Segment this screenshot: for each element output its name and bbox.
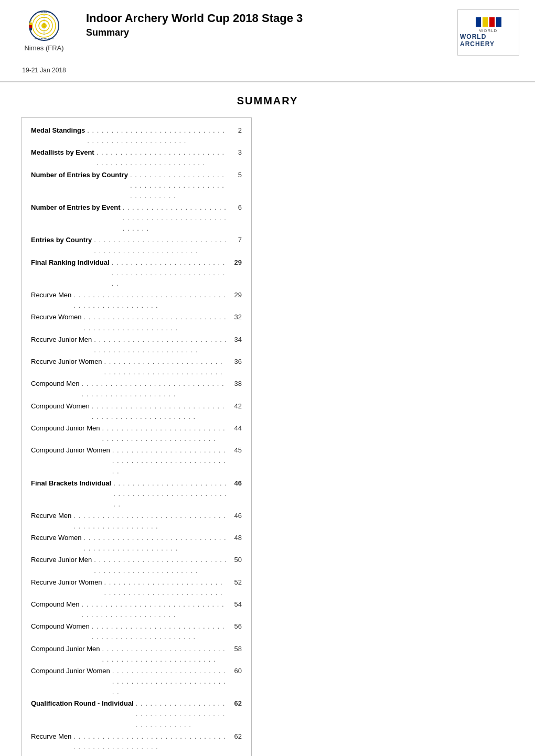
toc-dots: . . . . . . . . . . . . . . . . . . . . … [82, 379, 228, 399]
toc-page: 36 [229, 357, 242, 367]
world-archery-logo-area: world world archery [454, 9, 522, 56]
toc-dots: . . . . . . . . . . . . . . . . . . . . … [112, 445, 227, 477]
toc-label: Number of Entries by Country [31, 170, 128, 180]
toc-label: Recurve Men [31, 290, 71, 300]
toc-dots: . . . . . . . . . . . . . . . . . . . . … [97, 147, 227, 168]
toc-entry: Recurve Women . . . . . . . . . . . . . … [31, 533, 242, 554]
toc-label: Number of Entries by Event [31, 202, 120, 213]
toc-dots: . . . . . . . . . . . . . . . . . . . . … [102, 644, 227, 665]
toc-entry: Compound Men . . . . . . . . . . . . . .… [31, 599, 242, 620]
toc-dots: . . . . . . . . . . . . . . . . . . . . … [112, 257, 227, 289]
toc-page: 6 [229, 202, 242, 213]
toc-dots: . . . . . . . . . . . . . . . . . . . . … [92, 621, 227, 642]
toc-page: 2 [229, 125, 242, 136]
toc-page: 42 [229, 401, 242, 412]
toc-entry: Recurve Women . . . . . . . . . . . . . … [31, 753, 242, 756]
toc-label: Compound Men [31, 599, 80, 610]
flag-stripe-yellow [483, 17, 488, 27]
toc-page: 29 [229, 257, 242, 268]
toc-label: Medal Standings [31, 125, 85, 136]
toc-entry: Compound Men . . . . . . . . . . . . . .… [31, 379, 242, 399]
world-archery-logo: world world archery [457, 9, 519, 56]
toc-entry: Recurve Junior Men . . . . . . . . . . .… [31, 555, 242, 576]
toc-entry: Compound Junior Men . . . . . . . . . . … [31, 644, 242, 665]
toc-entry: Number of Entries by Event . . . . . . .… [31, 202, 242, 234]
toc-page: 7 [229, 235, 242, 245]
toc-label: Final Brackets Individual [31, 478, 111, 489]
toc-dots: . . . . . . . . . . . . . . . . . . . . … [84, 312, 227, 333]
toc-entry: Recurve Junior Women . . . . . . . . . .… [31, 577, 242, 598]
summary-heading: SUMMARY [21, 95, 514, 107]
toc-entry: Recurve Junior Men . . . . . . . . . . .… [31, 334, 242, 355]
toc-page: 62 [229, 731, 242, 742]
event-location: Nimes (FRA) [24, 44, 63, 52]
toc-page: 3 [229, 147, 242, 158]
toc-page: 32 [229, 312, 242, 322]
toc-page: 56 [229, 621, 242, 632]
toc-page: 50 [229, 555, 242, 565]
toc-page: 45 [229, 445, 242, 456]
toc-label: Entries by Country [31, 235, 92, 245]
toc-page: 65 [229, 753, 242, 756]
toc-dots: . . . . . . . . . . . . . . . . . . . . … [104, 577, 227, 598]
toc-entry: Final Ranking Individual . . . . . . . .… [31, 257, 242, 289]
toc-label: Recurve Junior Women [31, 357, 102, 367]
toc-dots: . . . . . . . . . . . . . . . . . . . . … [113, 478, 227, 510]
svg-rect-10 [29, 28, 32, 30]
toc-label: Recurve Junior Men [31, 555, 92, 565]
toc-label: Recurve Junior Men [31, 334, 92, 345]
toc-label: Recurve Junior Women [31, 577, 102, 588]
toc-page: 54 [229, 599, 242, 610]
toc-label: Compound Women [31, 401, 90, 412]
toc-entry: Recurve Men . . . . . . . . . . . . . . … [31, 511, 242, 532]
toc-entry: Recurve Men . . . . . . . . . . . . . . … [31, 731, 242, 752]
toc-dots: . . . . . . . . . . . . . . . . . . . . … [130, 170, 227, 201]
toc-dots: . . . . . . . . . . . . . . . . . . . . … [112, 666, 227, 697]
event-title: Indoor Archery World Cup 2018 Stage 3 [86, 12, 454, 25]
toc-dots: . . . . . . . . . . . . . . . . . . . . … [136, 698, 227, 730]
toc-dots: . . . . . . . . . . . . . . . . . . . . … [73, 511, 227, 532]
toc-dots: . . . . . . . . . . . . . . . . . . . . … [122, 202, 227, 234]
toc-page: 52 [229, 577, 242, 588]
wa-text-archery: world archery [460, 33, 517, 48]
toc-page: 62 [229, 698, 242, 709]
toc-label: Qualification Round - Individual [31, 698, 134, 709]
toc-label: Compound Men [31, 379, 80, 389]
toc-dots: . . . . . . . . . . . . . . . . . . . . … [73, 290, 227, 311]
toc-page: 60 [229, 666, 242, 676]
toc-dots: . . . . . . . . . . . . . . . . . . . . … [94, 235, 227, 256]
toc-entry: Compound Junior Men . . . . . . . . . . … [31, 423, 242, 444]
wa-flag [476, 17, 501, 27]
toc-label: Final Ranking Individual [31, 257, 110, 268]
toc-label: Recurve Men [31, 511, 71, 521]
toc-label: Compound Junior Men [31, 423, 100, 434]
svg-rect-8 [29, 23, 32, 25]
toc-page: 34 [229, 334, 242, 345]
toc-entry: Medal Standings . . . . . . . . . . . . … [31, 125, 242, 146]
toc-dots: . . . . . . . . . . . . . . . . . . . . … [102, 423, 227, 444]
toc-entry: Compound Junior Women . . . . . . . . . … [31, 666, 242, 697]
toc-entry: Final Brackets Individual . . . . . . . … [31, 478, 242, 510]
toc-page: 44 [229, 423, 242, 434]
toc-dots: . . . . . . . . . . . . . . . . . . . . … [87, 125, 227, 146]
toc-label: Recurve Women [31, 312, 82, 322]
toc-page: 38 [229, 379, 242, 389]
toc-label: Compound Women [31, 621, 90, 632]
toc-entry: Compound Women . . . . . . . . . . . . .… [31, 401, 242, 422]
toc-entry: Recurve Men . . . . . . . . . . . . . . … [31, 290, 242, 311]
toc-page: 58 [229, 644, 242, 654]
svg-text:★: ★ [30, 19, 33, 22]
toc-dots: . . . . . . . . . . . . . . . . . . . . … [94, 334, 227, 355]
toc-page: 29 [229, 290, 242, 300]
toc-dots: . . . . . . . . . . . . . . . . . . . . … [84, 533, 227, 554]
toc-entry: Compound Women . . . . . . . . . . . . .… [31, 621, 242, 642]
toc-label: Recurve Women [31, 533, 82, 543]
toc-label: Compound Junior Men [31, 644, 100, 654]
toc-page: 5 [229, 170, 242, 180]
toc-box: Medal Standings . . . . . . . . . . . . … [21, 117, 252, 756]
flag-stripe-blue2 [496, 17, 501, 27]
header-title-area: Indoor Archery World Cup 2018 Stage 3 Su… [76, 9, 454, 38]
toc-dots: . . . . . . . . . . . . . . . . . . . . … [92, 401, 227, 422]
toc-dots: . . . . . . . . . . . . . . . . . . . . … [94, 555, 227, 576]
toc-label: Compound Junior Women [31, 445, 110, 456]
